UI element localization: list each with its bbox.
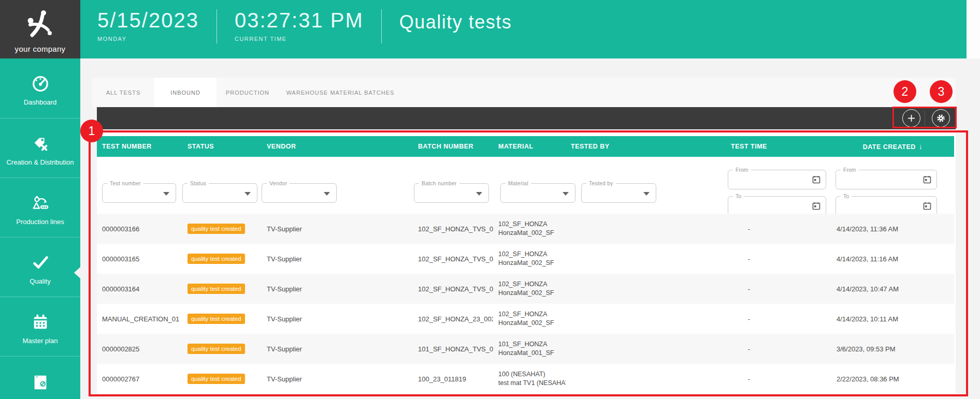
table-row[interactable]: MANUAL_CREATION_01 quality test created … (97, 304, 954, 334)
cell-date-created: 4/14/2023, 10:11 AM (831, 304, 954, 334)
column-header-vendor[interactable]: VENDOR (262, 136, 413, 157)
batch-number-filter-dropdown[interactable]: Batch number (414, 183, 489, 203)
material-line-2: HonzaMat_002_SF (498, 319, 554, 328)
column-header-test-number[interactable]: TEST NUMBER (97, 136, 182, 157)
cell-test-number: 0000003165 (97, 244, 182, 274)
cell-test-time: - (667, 274, 831, 304)
material-line-1: 101_SF_HONZA (498, 340, 547, 349)
gauge-icon (31, 74, 50, 94)
calendar-picker-icon[interactable] (923, 202, 931, 210)
cell-test-time: - (667, 214, 831, 244)
cell-test-time: - (667, 304, 831, 334)
cell-date-created: 4/14/2023, 11:16 AM (831, 244, 954, 274)
table-row[interactable]: 0000003164 quality test created TV-Suppl… (97, 274, 954, 304)
filter-cell: Vendor (262, 157, 413, 216)
tab-production[interactable]: PRODUCTION (217, 78, 279, 107)
material-filter-dropdown[interactable]: Material (500, 183, 575, 203)
company-logo-text: your company (15, 45, 66, 53)
header-time-group: 03:27:31 PM CURRENT TIME (235, 8, 364, 42)
cell-vendor: TV-Supplier (262, 334, 413, 364)
status-badge: quality test created (188, 284, 245, 294)
filter-label: Test number (107, 180, 143, 186)
checkmark-icon (31, 253, 50, 273)
table-body: 0000003166 quality test created TV-Suppl… (97, 214, 954, 394)
company-logo[interactable]: your company (0, 0, 80, 58)
material-line-1: 102_SF_HONZA (498, 280, 547, 289)
table-row[interactable]: 0000002825 quality test created TV-Suppl… (97, 334, 954, 364)
cell-date-created: 4/14/2023, 11:36 AM (831, 214, 954, 244)
cell-test-number: 0000002825 (97, 334, 182, 364)
calendar-picker-icon[interactable] (812, 175, 820, 184)
toolbar-separator (925, 111, 925, 126)
test-number-filter-dropdown[interactable]: Test number (102, 183, 176, 203)
status-badge: quality test created (188, 224, 245, 234)
header-divider (217, 9, 217, 43)
date-created-from-input[interactable]: From (835, 170, 937, 189)
column-header-label: DATE CREATED (863, 143, 916, 151)
table-row[interactable]: 0000003165 quality test created TV-Suppl… (97, 244, 954, 274)
sidebar-item-dashboard[interactable]: Dashboard (0, 58, 80, 118)
cell-tested-by (566, 274, 667, 304)
sidebar-item-label: Production lines (14, 218, 66, 226)
cell-material: 100 (NESAHAT) test mat TV1 (NESAHAT) (493, 364, 566, 394)
header-date-group: 5/15/2023 MONDAY (97, 8, 199, 42)
table-row[interactable]: 0000003166 quality test created TV-Suppl… (97, 214, 954, 244)
tab-all-tests[interactable]: ALL TESTS (92, 78, 154, 107)
sidebar-item-products[interactable] (0, 356, 80, 399)
filter-label: Vendor (267, 180, 290, 186)
status-badge: quality test created (188, 374, 245, 384)
vendor-filter-dropdown[interactable]: Vendor (262, 183, 337, 203)
cell-batch-number: 101_SF_HONZA_TVS_000338 (413, 334, 493, 364)
table-toolbar (97, 107, 956, 129)
table-row[interactable]: 0000002767 quality test created TV-Suppl… (97, 364, 954, 394)
cell-status: quality test created (182, 274, 262, 304)
column-header-test-time[interactable]: TEST TIME (667, 136, 831, 157)
sidebar-nav: Dashboard Creation & Distribution Produc… (0, 58, 80, 399)
cell-test-number: 0000003166 (97, 214, 182, 244)
column-header-batch-number[interactable]: BATCH NUMBER (413, 136, 493, 157)
cell-tested-by (566, 334, 667, 364)
tab-inbound[interactable]: INBOUND (154, 78, 217, 107)
filter-row: Test number Status Vendor (97, 157, 954, 214)
column-header-status[interactable]: STATUS (182, 136, 262, 157)
cell-tested-by (566, 304, 667, 334)
filter-cell: Status (182, 157, 262, 216)
calendar-picker-icon[interactable] (812, 202, 820, 210)
cell-material: 102_SF_HONZA HonzaMat_002_SF (493, 214, 566, 244)
product-box-icon (31, 372, 50, 392)
chevron-down-icon (643, 192, 650, 196)
sidebar-item-master-plan[interactable]: Master plan (0, 297, 80, 356)
sidebar-item-label: Quality (27, 277, 52, 285)
material-line-2: test mat TV1 (NESAHAT) (498, 379, 566, 388)
chevron-down-icon (163, 192, 169, 196)
quality-tests-app: your company 5/15/2023 MONDAY 03:27:31 P… (0, 0, 980, 399)
calendar-picker-icon[interactable] (923, 175, 931, 184)
cell-status: quality test created (182, 364, 262, 394)
add-test-button[interactable] (902, 109, 920, 127)
test-time-from-input[interactable]: From (728, 170, 826, 189)
sidebar-item-production-lines[interactable]: Production lines (0, 178, 80, 237)
sort-desc-arrow-icon[interactable]: ↓ (919, 142, 923, 151)
settings-button[interactable] (932, 109, 950, 127)
cell-status: quality test created (182, 304, 262, 334)
company-logo-icon (24, 9, 57, 41)
cell-vendor: TV-Supplier (262, 304, 413, 334)
cell-batch-number: 100_23_011819 (413, 364, 493, 394)
cell-batch-number: 102_SF_HONZA_TVS_000344 (413, 214, 493, 244)
column-header-material[interactable]: MATERIAL (493, 136, 566, 157)
page-title: Quality tests (399, 11, 512, 33)
test-time-to-input[interactable]: To (728, 196, 826, 216)
status-filter-dropdown[interactable]: Status (182, 183, 257, 203)
cell-material: 102_SF_HONZA HonzaMat_002_SF (493, 244, 566, 274)
sidebar-item-creation-distribution[interactable]: Creation & Distribution (0, 118, 80, 178)
tag-distribution-icon (31, 134, 50, 154)
cell-date-created: 4/14/2023, 10:47 AM (831, 274, 954, 304)
column-header-date-created[interactable]: DATE CREATED↓ (831, 136, 954, 157)
tab-warehouse-material-batches[interactable]: WAREHOUSE MATERIAL BATCHES (279, 78, 402, 107)
date-created-to-input[interactable]: To (835, 196, 937, 216)
column-header-tested-by[interactable]: TESTED BY (566, 136, 667, 157)
tested-by-filter-dropdown[interactable]: Tested by (581, 183, 656, 203)
sidebar-item-quality[interactable]: Quality (0, 237, 80, 297)
header-divider (381, 9, 382, 43)
filter-label: From (841, 167, 859, 173)
